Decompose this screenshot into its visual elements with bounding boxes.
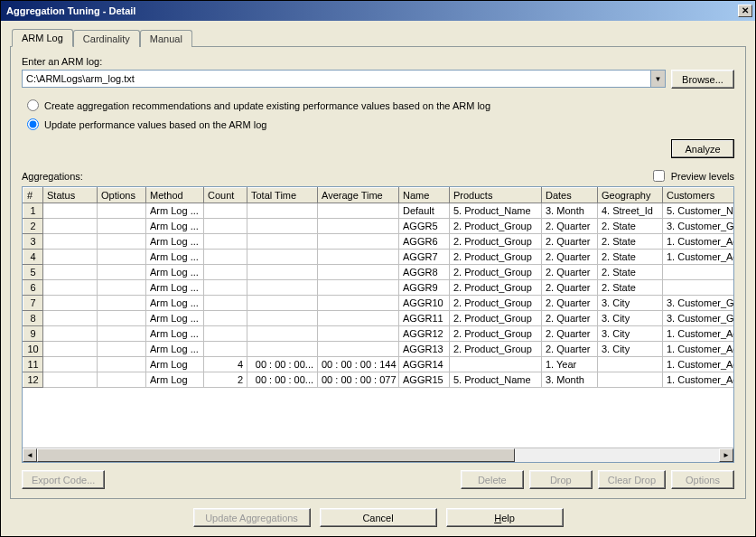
table-cell[interactable]: Arm Log ... — [146, 234, 204, 250]
table-cell[interactable]: 4 — [204, 357, 247, 372]
tab-manual[interactable]: Manual — [140, 30, 192, 47]
table-cell[interactable] — [204, 234, 247, 250]
table-cell[interactable]: 9 — [23, 326, 43, 342]
col-name[interactable]: Name — [399, 188, 450, 203]
table-cell[interactable]: 1. Customer_Age — [663, 326, 734, 342]
aggregations-table[interactable]: # Status Options Method Count Total Time… — [23, 187, 733, 388]
table-cell[interactable]: 12 — [23, 372, 43, 388]
table-cell[interactable] — [43, 311, 98, 326]
table-cell[interactable] — [247, 203, 318, 219]
table-cell[interactable] — [247, 311, 318, 326]
table-cell[interactable]: 3. Customer_Group — [663, 296, 734, 311]
table-cell[interactable]: 2. State — [598, 234, 663, 250]
table-row[interactable]: 1Arm Log ...Default5. Product_Name3. Mon… — [23, 203, 734, 219]
table-cell[interactable] — [318, 234, 399, 250]
table-cell[interactable]: 2. Product_Group — [450, 296, 542, 311]
table-cell[interactable] — [318, 296, 399, 311]
table-cell[interactable] — [98, 234, 146, 250]
table-cell[interactable] — [247, 280, 318, 296]
table-cell[interactable]: 2. Product_Group — [450, 234, 542, 250]
table-row[interactable]: 2Arm Log ...AGGR52. Product_Group2. Quar… — [23, 219, 734, 234]
table-cell[interactable]: 4 — [23, 250, 43, 265]
table-cell[interactable]: 3. Customer_Group — [663, 311, 734, 326]
table-cell[interactable] — [247, 296, 318, 311]
preview-levels-input[interactable] — [653, 170, 665, 182]
table-cell[interactable]: AGGR12 — [399, 326, 450, 342]
table-cell[interactable] — [204, 280, 247, 296]
table-cell[interactable]: AGGR6 — [399, 234, 450, 250]
table-cell[interactable]: 2. State — [598, 219, 663, 234]
table-cell[interactable]: 2. Product_Group — [450, 265, 542, 280]
table-cell[interactable]: 2. Quarter — [542, 296, 598, 311]
radio-create-input[interactable] — [27, 99, 39, 111]
table-cell[interactable] — [98, 219, 146, 234]
options-button[interactable]: Options — [671, 470, 734, 489]
table-cell[interactable] — [318, 265, 399, 280]
table-cell[interactable]: 3. Month — [542, 203, 598, 219]
table-cell[interactable]: 2 — [23, 219, 43, 234]
table-row[interactable]: 11Arm Log400 : 00 : 00...00 : 00 : 00 : … — [23, 357, 734, 372]
table-cell[interactable]: 7 — [23, 296, 43, 311]
table-cell[interactable]: 5. Product_Name — [450, 372, 542, 388]
table-cell[interactable] — [204, 326, 247, 342]
table-cell[interactable] — [43, 219, 98, 234]
table-cell[interactable]: 00 : 00 : 00 : 077 — [318, 372, 399, 388]
table-cell[interactable]: 3 — [23, 234, 43, 250]
radio-create-recommendations[interactable]: Create aggregation recommendations and u… — [27, 99, 734, 111]
table-row[interactable]: 4Arm Log ...AGGR72. Product_Group2. Quar… — [23, 250, 734, 265]
table-cell[interactable] — [98, 280, 146, 296]
table-cell[interactable]: 5 — [23, 265, 43, 280]
table-cell[interactable] — [43, 265, 98, 280]
col-average-time[interactable]: Average Time — [318, 188, 399, 203]
close-icon[interactable]: ✕ — [738, 5, 752, 17]
table-cell[interactable]: 2. Quarter — [542, 311, 598, 326]
col-dates[interactable]: Dates — [542, 188, 598, 203]
table-cell[interactable] — [43, 203, 98, 219]
cancel-button[interactable]: Cancel — [320, 508, 437, 527]
table-cell[interactable] — [43, 296, 98, 311]
table-cell[interactable]: 2. Product_Group — [450, 280, 542, 296]
table-cell[interactable]: 2. Quarter — [542, 342, 598, 357]
update-aggregations-button[interactable]: Update Aggregations — [193, 508, 311, 527]
table-cell[interactable]: 2. Quarter — [542, 250, 598, 265]
table-cell[interactable] — [318, 326, 399, 342]
table-cell[interactable]: 2. Quarter — [542, 326, 598, 342]
table-cell[interactable]: 1. Customer_Age — [663, 357, 734, 372]
table-cell[interactable] — [43, 372, 98, 388]
table-cell[interactable]: Arm Log ... — [146, 326, 204, 342]
table-cell[interactable] — [247, 250, 318, 265]
tab-cardinality[interactable]: Cardinality — [73, 30, 140, 47]
table-cell[interactable]: 1. Customer_Age — [663, 342, 734, 357]
table-cell[interactable]: AGGR10 — [399, 296, 450, 311]
table-cell[interactable]: 2. Product_Group — [450, 311, 542, 326]
table-cell[interactable]: 1. Year — [542, 357, 598, 372]
table-cell[interactable] — [43, 234, 98, 250]
table-cell[interactable]: 5. Customer_Name — [663, 203, 734, 219]
table-cell[interactable]: 2. Product_Group — [450, 326, 542, 342]
col-status[interactable]: Status — [43, 188, 98, 203]
table-cell[interactable] — [247, 326, 318, 342]
table-cell[interactable] — [318, 280, 399, 296]
table-cell[interactable]: Arm Log ... — [146, 203, 204, 219]
radio-update-performance[interactable]: Update performance values based on the A… — [27, 118, 734, 130]
table-cell[interactable] — [450, 357, 542, 372]
table-cell[interactable]: 3. City — [598, 311, 663, 326]
table-cell[interactable] — [204, 203, 247, 219]
table-cell[interactable] — [598, 372, 663, 388]
table-row[interactable]: 6Arm Log ...AGGR92. Product_Group2. Quar… — [23, 280, 734, 296]
clear-drop-button[interactable]: Clear Drop — [598, 470, 666, 489]
table-cell[interactable]: 00 : 00 : 00... — [247, 372, 318, 388]
table-cell[interactable]: 1 — [23, 203, 43, 219]
table-cell[interactable]: Arm Log ... — [146, 296, 204, 311]
table-cell[interactable] — [598, 357, 663, 372]
table-cell[interactable]: Arm Log ... — [146, 311, 204, 326]
table-cell[interactable] — [98, 250, 146, 265]
table-cell[interactable] — [43, 280, 98, 296]
table-cell[interactable] — [43, 250, 98, 265]
table-cell[interactable]: 3. City — [598, 326, 663, 342]
table-cell[interactable]: 1. Customer_Age — [663, 372, 734, 388]
table-cell[interactable]: AGGR5 — [399, 219, 450, 234]
browse-button[interactable]: Browse... — [671, 70, 734, 89]
table-cell[interactable] — [43, 326, 98, 342]
table-row[interactable]: 9Arm Log ...AGGR122. Product_Group2. Qua… — [23, 326, 734, 342]
